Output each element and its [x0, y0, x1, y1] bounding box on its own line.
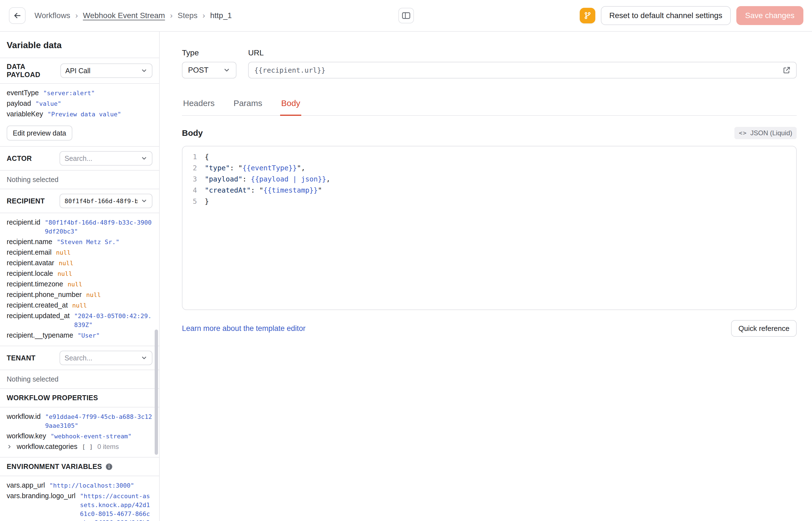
panel-toggle-button[interactable]	[398, 8, 414, 23]
external-link-icon	[783, 66, 791, 74]
request-tabs: Headers Params Body	[182, 98, 797, 116]
data-payload-label: DATA PAYLOAD	[7, 63, 61, 79]
workflow-categories-row[interactable]: workflow.categories [ ] 0 items	[7, 441, 152, 452]
topbar-actions: Reset to default channel settings Save c…	[580, 6, 803, 25]
actor-search-select[interactable]: Search...	[59, 151, 152, 165]
body-template-editor[interactable]: 1 { 2 "type": "{{eventType}}", 3 "payloa…	[182, 146, 797, 310]
variable-row: vars.app_url "http://localhost:3000"	[7, 480, 152, 491]
info-icon[interactable]	[105, 463, 113, 470]
variable-value: "2024-03-05T00:42:29.839Z"	[74, 312, 152, 330]
recipient-selected-value: 80f1f4bf-166d-48f9-b33c	[65, 198, 138, 205]
back-arrow-icon	[13, 11, 22, 20]
code-line: 3 "payload": {{payload | json}},	[183, 174, 796, 185]
breadcrumb-separator: ›	[75, 11, 78, 20]
git-branch-icon	[583, 12, 592, 20]
url-value: {{recipient.url}}	[254, 66, 778, 74]
variable-key: recipient.locale	[7, 269, 53, 278]
tenant-label: TENANT	[7, 354, 35, 362]
body-panel-footer: Learn more about the template editor Qui…	[182, 320, 797, 337]
template-editor-docs-link[interactable]: Learn more about the template editor	[182, 324, 306, 333]
actor-label: ACTOR	[7, 155, 32, 162]
data-payload-selected-value: API Call	[65, 67, 138, 75]
actor-row: ACTOR Search...	[0, 147, 159, 171]
chevron-down-icon	[141, 355, 147, 361]
line-number: 5	[183, 196, 205, 207]
method-label: Type	[182, 48, 236, 57]
actor-empty-state: Nothing selected	[0, 171, 159, 189]
data-payload-variables: eventType "server:alert" payload "value"…	[0, 84, 159, 124]
variable-row: recipient.id "80f1f4bf-166d-48f9-b33c-39…	[7, 217, 152, 236]
pending-changes-badge[interactable]	[580, 8, 595, 23]
chevron-down-icon	[141, 67, 147, 74]
url-input[interactable]: {{recipient.url}}	[248, 62, 797, 78]
environment-variables-list: vars.app_url "http://localhost:3000" var…	[0, 476, 159, 521]
back-button[interactable]	[9, 7, 26, 24]
open-url-button[interactable]	[783, 66, 791, 74]
variable-key: recipient.name	[7, 237, 52, 246]
quick-reference-button[interactable]: Quick reference	[731, 320, 797, 337]
variable-row: recipient.name "Steven Metz Sr."	[7, 236, 152, 247]
workflow-properties-label: WORKFLOW PROPERTIES	[7, 394, 98, 402]
tenant-search-select[interactable]: Search...	[59, 351, 152, 365]
environment-variables-label: ENVIRONMENT VARIABLES	[7, 462, 102, 471]
url-field: URL {{recipient.url}}	[248, 48, 797, 78]
tab-headers[interactable]: Headers	[182, 98, 216, 116]
variable-row: recipient.email null	[7, 247, 152, 258]
format-badge-label: JSON (Liquid)	[750, 129, 792, 137]
variable-row: recipient.locale null	[7, 268, 152, 279]
recipient-label: RECIPIENT	[7, 197, 45, 205]
line-number: 1	[183, 152, 205, 162]
environment-variables-header: ENVIRONMENT VARIABLES	[0, 457, 159, 476]
variable-value: "http://localhost:3000"	[49, 481, 152, 490]
method-select[interactable]: POST	[182, 62, 236, 78]
variable-value: null	[57, 269, 152, 278]
code-line: 1 {	[183, 152, 796, 162]
body-panel-header: Body <> JSON (Liquid)	[182, 127, 797, 139]
variable-value: "Preview data value"	[48, 110, 152, 119]
breadcrumb-steps[interactable]: Steps	[177, 11, 197, 20]
recipient-row: RECIPIENT 80f1f4bf-166d-48f9-b33c	[0, 189, 159, 213]
save-changes-button[interactable]: Save changes	[736, 6, 803, 25]
tenant-row: TENANT Search...	[0, 346, 159, 370]
variable-row: recipient.timezone null	[7, 279, 152, 290]
recipient-select[interactable]: 80f1f4bf-166d-48f9-b33c	[59, 194, 152, 208]
variable-key: vars.app_url	[7, 481, 45, 490]
variable-value: "webhook-event-stream"	[51, 432, 152, 441]
sidebar-title: Variable data	[0, 32, 159, 58]
variable-value: "Steven Metz Sr."	[57, 238, 152, 247]
breadcrumb: Workflows › Webhook Event Stream › Steps…	[34, 11, 232, 20]
variable-data-sidebar: Variable data DATA PAYLOAD API Call even…	[0, 32, 160, 521]
variable-row: recipient.phone_number null	[7, 290, 152, 300]
variable-value: "80f1f4bf-166d-48f9-b33c-39009df20bc3"	[45, 218, 152, 236]
variable-key: recipient.timezone	[7, 279, 63, 288]
recipient-variables: recipient.id "80f1f4bf-166d-48f9-b33c-39…	[0, 213, 159, 346]
variable-value: "User"	[78, 331, 152, 340]
edit-preview-data-button[interactable]: Edit preview data	[7, 126, 72, 140]
breadcrumb-workflows[interactable]: Workflows	[34, 11, 70, 20]
variable-key: eventType	[7, 88, 39, 97]
breadcrumb-webhook-event-stream[interactable]: Webhook Event Stream	[83, 11, 165, 20]
code-icon: <>	[739, 130, 747, 136]
variable-row: payload "value"	[7, 98, 152, 109]
variable-key: payload	[7, 99, 31, 108]
variable-row: recipient.__typename "User"	[7, 330, 152, 341]
sidebar-scrollbar-thumb[interactable]	[155, 330, 158, 455]
breadcrumb-separator: ›	[202, 11, 205, 20]
variable-row: recipient.updated_at "2024-03-05T00:42:2…	[7, 311, 152, 330]
variable-value: "server:alert"	[43, 89, 152, 98]
http-step-editor: Type POST URL {{recipient.url}} Headers …	[160, 32, 812, 521]
tab-body[interactable]: Body	[280, 98, 301, 116]
variable-value: "value"	[35, 99, 152, 108]
variable-key: recipient.created_at	[7, 300, 68, 310]
code-line: 5 }	[183, 196, 796, 207]
method-field: Type POST	[182, 48, 236, 78]
line-number: 3	[183, 174, 205, 185]
reset-channel-settings-button[interactable]: Reset to default channel settings	[601, 6, 731, 25]
chevron-down-icon	[141, 155, 147, 162]
variable-key: recipient.phone_number	[7, 290, 82, 299]
tab-params[interactable]: Params	[232, 98, 263, 116]
variable-value: null	[59, 259, 152, 268]
variable-key: workflow.categories	[17, 442, 77, 451]
data-payload-row: DATA PAYLOAD API Call	[0, 58, 159, 84]
data-payload-select[interactable]: API Call	[61, 64, 152, 78]
